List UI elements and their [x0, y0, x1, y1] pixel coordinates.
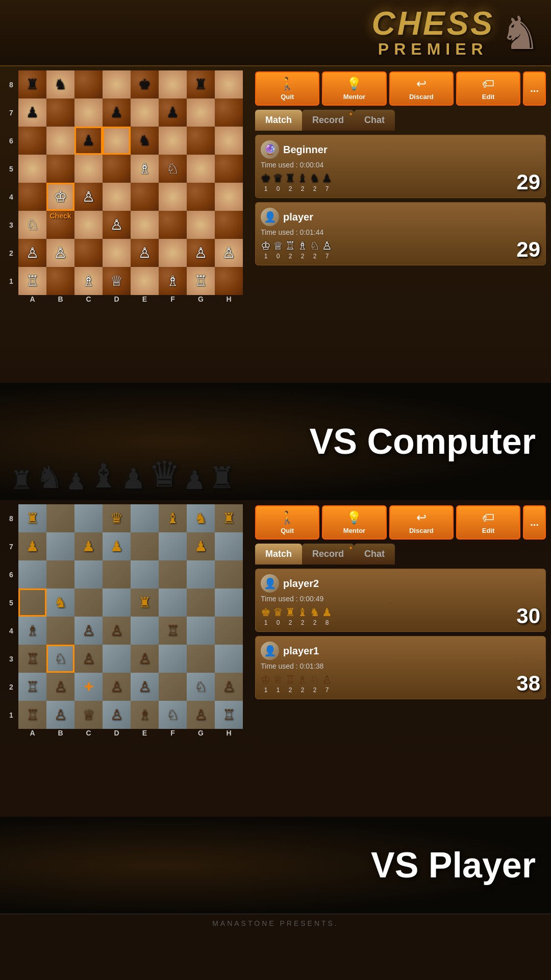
board-cell-f3[interactable] [159, 211, 187, 239]
board-cell-c8[interactable] [74, 70, 103, 99]
discard-button-2[interactable]: ↩ Discard [389, 505, 454, 540]
b2-f5[interactable] [159, 589, 187, 617]
more-button-1[interactable]: ... [523, 71, 546, 106]
board-cell-a5[interactable] [18, 155, 46, 183]
board-cell-h5[interactable] [215, 155, 243, 183]
board-cell-c3[interactable] [74, 211, 103, 239]
board-cell-a4[interactable] [18, 183, 46, 211]
b2-b5[interactable]: ♞ [46, 589, 74, 617]
board-cell-a8[interactable]: ♜ [18, 70, 46, 99]
board-cell-h8[interactable] [215, 70, 243, 99]
tab-record-2[interactable]: * Record [302, 544, 354, 565]
b2-g7[interactable]: ♟ [187, 532, 215, 560]
b2-a7[interactable]: ♟ [18, 532, 46, 560]
board-cell-h3[interactable] [215, 211, 243, 239]
b2-c4[interactable]: ♙ [74, 617, 103, 645]
board-cell-h1[interactable] [215, 267, 243, 295]
board-cell-e4[interactable] [131, 183, 159, 211]
board-cell-f2[interactable] [159, 239, 187, 267]
board-cell-c1[interactable]: ♗ [74, 267, 103, 295]
board-cell-e7[interactable] [131, 99, 159, 127]
edit-button-2[interactable]: 🏷 Edit [456, 505, 520, 540]
b2-e3[interactable]: ♙ [131, 645, 159, 673]
b2-d1[interactable]: ♙ [103, 701, 131, 729]
b2-f7[interactable] [159, 532, 187, 560]
board-cell-e8[interactable]: ♚ [131, 70, 159, 99]
b2-f3[interactable] [159, 645, 187, 673]
board-cell-a6[interactable] [18, 127, 46, 155]
b2-a3[interactable]: ♖ [18, 645, 46, 673]
b2-g2[interactable]: ♘ [187, 673, 215, 701]
board-cell-f7[interactable]: ♟ [159, 99, 187, 127]
b2-h7[interactable] [215, 532, 243, 560]
b2-f6[interactable] [159, 560, 187, 589]
board-cell-f8[interactable] [159, 70, 187, 99]
board-cell-e5[interactable]: ♗ [131, 155, 159, 183]
board-cell-b1[interactable] [46, 267, 74, 295]
edit-button-1[interactable]: 🏷 Edit [456, 71, 520, 106]
b2-a4[interactable]: ♗ [18, 617, 46, 645]
board-cell-e2[interactable]: ♙ [131, 239, 159, 267]
b2-h4[interactable] [215, 617, 243, 645]
b2-c8[interactable] [74, 504, 103, 532]
b2-g5[interactable] [187, 589, 215, 617]
tab-chat-1[interactable]: Chat [354, 110, 395, 131]
b2-c7[interactable]: ♟ [74, 532, 103, 560]
b2-e2[interactable]: ♙ [131, 673, 159, 701]
board-cell-a1[interactable]: ♖ [18, 267, 46, 295]
board-cell-b6[interactable] [46, 127, 74, 155]
board-cell-e1[interactable] [131, 267, 159, 295]
b2-a8[interactable]: ♜ [18, 504, 46, 532]
board-cell-g5[interactable] [187, 155, 215, 183]
b2-c6[interactable] [74, 560, 103, 589]
b2-d7[interactable]: ♟ [103, 532, 131, 560]
b2-c2[interactable]: ✚ [74, 673, 103, 701]
quit-button-2[interactable]: 🚶 Quit [255, 505, 319, 540]
b2-b2[interactable]: ♙ [46, 673, 74, 701]
b2-c1[interactable]: ♕ [74, 701, 103, 729]
more-button-2[interactable]: ... [523, 505, 546, 540]
board-cell-d2[interactable] [103, 239, 131, 267]
board-cell-f1[interactable]: ♗ [159, 267, 187, 295]
b2-g8[interactable]: ♞ [187, 504, 215, 532]
b2-a6[interactable] [18, 560, 46, 589]
mentor-button-1[interactable]: 💡 Mentor [322, 71, 386, 106]
b2-e7[interactable] [131, 532, 159, 560]
board-cell-b3[interactable] [46, 211, 74, 239]
board-cell-d6[interactable] [103, 127, 131, 155]
board-cell-d4[interactable] [103, 183, 131, 211]
b2-e4[interactable] [131, 617, 159, 645]
board-cell-c2[interactable] [74, 239, 103, 267]
board-cell-f5[interactable]: ♘ [159, 155, 187, 183]
b2-f1[interactable]: ♘ [159, 701, 187, 729]
board-cell-a7[interactable]: ♟ [18, 99, 46, 127]
b2-f4[interactable]: ♖ [159, 617, 187, 645]
board-cell-c7[interactable] [74, 99, 103, 127]
b2-d6[interactable] [103, 560, 131, 589]
board-cell-g2[interactable]: ♙ [187, 239, 215, 267]
b2-d5[interactable] [103, 589, 131, 617]
board-cell-f6[interactable] [159, 127, 187, 155]
b2-e8[interactable] [131, 504, 159, 532]
b2-b4[interactable] [46, 617, 74, 645]
b2-h2[interactable]: ♙ [215, 673, 243, 701]
board-cell-b2[interactable]: ♙ [46, 239, 74, 267]
b2-b3[interactable]: ♘ [46, 645, 74, 673]
discard-button-1[interactable]: ↩ Discard [389, 71, 454, 106]
b2-e6[interactable] [131, 560, 159, 589]
board-cell-d1[interactable]: ♕ [103, 267, 131, 295]
b2-d8[interactable]: ♛ [103, 504, 131, 532]
b2-h1[interactable]: ♖ [215, 701, 243, 729]
board-cell-c6[interactable]: ♟ [74, 127, 103, 155]
board-cell-g6[interactable] [187, 127, 215, 155]
b2-h8[interactable]: ♜ [215, 504, 243, 532]
b2-f8[interactable]: ♝ [159, 504, 187, 532]
board-cell-e6[interactable]: ♞ [131, 127, 159, 155]
board-cell-e3[interactable] [131, 211, 159, 239]
b2-a2[interactable]: ♖ [18, 673, 46, 701]
mentor-button-2[interactable]: 💡 Mentor [322, 505, 386, 540]
quit-button-1[interactable]: 🚶 Quit [255, 71, 319, 106]
tab-record-1[interactable]: * Record [302, 110, 354, 131]
tab-chat-2[interactable]: Chat [354, 544, 395, 565]
b2-d2[interactable]: ♙ [103, 673, 131, 701]
